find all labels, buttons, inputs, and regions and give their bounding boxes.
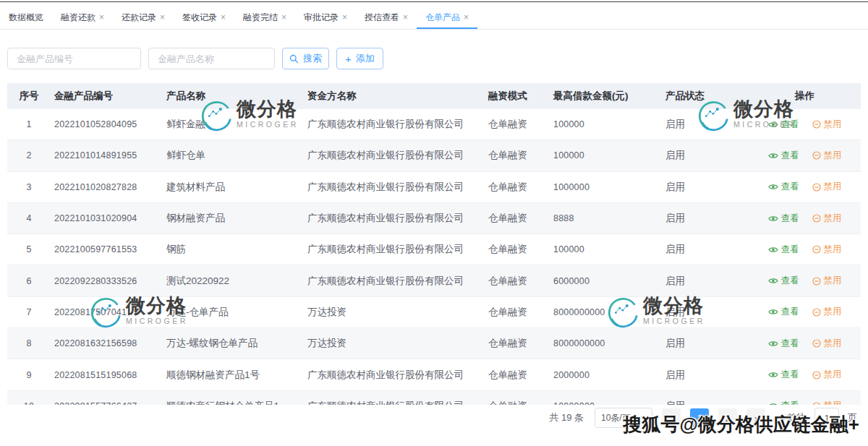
column-header: 产品状态 (662, 83, 749, 109)
column-header: 资金方名称 (304, 83, 485, 109)
column-header: 操作 (749, 83, 861, 109)
cell-funder-name: 广东顺德农村商业银行股份有限公司 (304, 234, 485, 265)
column-header: 序号 (7, 83, 51, 109)
tab-label: 数据概览 (9, 12, 43, 24)
eye-icon (768, 371, 778, 379)
product-name-input[interactable] (148, 48, 275, 69)
view-button[interactable]: 查看 (768, 306, 799, 318)
product-id-input[interactable] (7, 48, 141, 69)
view-label: 查看 (781, 400, 799, 405)
tab-审批记录[interactable]: 审批记录× (295, 6, 356, 29)
tab-数据概览[interactable]: 数据概览 (0, 6, 52, 29)
table-header-row: 序号金融产品编号产品名称资金方名称融资模式最高借款金额(元)产品状态操作 (7, 83, 861, 109)
page-button-2[interactable]: 2 (718, 408, 737, 427)
jump-page-input[interactable] (814, 408, 839, 428)
cell-finance-mode: 仓单融资 (485, 203, 550, 234)
view-label: 查看 (781, 275, 799, 287)
view-button[interactable]: 查看 (768, 213, 799, 225)
tab-close-icon[interactable]: × (99, 13, 104, 22)
search-button[interactable]: 搜索 (282, 48, 329, 69)
eye-icon (768, 402, 778, 405)
table-row: 22022101014891955鲜虾仓单广东顺德农村商业银行股份有限公司仓单融… (7, 140, 861, 171)
row-index: 6 (7, 265, 51, 296)
cell-max-amount: 6000000 (550, 265, 662, 296)
cell-finance-mode: 仓单融资 (485, 172, 550, 203)
disable-button[interactable]: 禁用 (812, 400, 842, 405)
view-label: 查看 (781, 213, 799, 225)
view-button[interactable]: 查看 (768, 150, 799, 162)
cell-finance-mode: 仓单融资 (485, 328, 550, 359)
cell-product-name: 顺德农商行钢材仓单产品1 (163, 391, 304, 405)
disable-button[interactable]: 禁用 (812, 369, 842, 381)
row-index: 9 (7, 359, 51, 390)
tab-close-icon[interactable]: × (403, 13, 408, 22)
cell-finance-mode: 仓单融资 (485, 234, 550, 265)
search-toolbar: 搜索 + 添加 (7, 48, 868, 69)
minus-circle-icon (812, 120, 821, 129)
cell-product-id: 2022101052804095 (51, 109, 163, 140)
cell-product-id: 2022101014891955 (51, 140, 163, 171)
view-button[interactable]: 查看 (768, 181, 799, 193)
cell-max-amount: 2000000 (550, 359, 662, 390)
view-button[interactable]: 查看 (768, 369, 799, 381)
view-label: 查看 (781, 181, 799, 193)
cell-product-status: 启用 (662, 109, 749, 140)
disable-label: 禁用 (824, 181, 842, 193)
row-index: 7 (7, 297, 51, 328)
table-row: 720220817507041万达-仓单产品万达投资仓单融资8000000000… (7, 297, 861, 328)
tab-还款记录[interactable]: 还款记录× (113, 6, 174, 29)
tab-label: 融资完结 (243, 12, 278, 24)
view-button[interactable]: 查看 (768, 119, 799, 131)
tab-close-icon[interactable]: × (281, 13, 286, 22)
tab-仓单产品[interactable]: 仓单产品× (417, 6, 477, 29)
disable-button[interactable]: 禁用 (812, 181, 842, 193)
page-size-select[interactable]: 10条/页 ▼ (595, 408, 652, 428)
jump-suffix: 页 (848, 411, 857, 424)
cell-funder-name: 广东顺德农村商业银行股份有限公司 (304, 172, 485, 203)
add-button[interactable]: + 添加 (336, 48, 383, 69)
disable-button[interactable]: 禁用 (812, 213, 842, 225)
window-top-border (0, 1, 868, 2)
disable-button[interactable]: 禁用 (812, 244, 842, 256)
disable-button[interactable]: 禁用 (812, 306, 842, 318)
cell-actions: 查看禁用 (749, 265, 861, 296)
eye-icon (768, 121, 778, 129)
cell-funder-name: 广东顺德农村商业银行股份有限公司 (304, 265, 485, 296)
add-button-label: 添加 (356, 52, 375, 65)
disable-button[interactable]: 禁用 (812, 338, 842, 350)
disable-label: 禁用 (824, 150, 842, 162)
next-page-button[interactable]: › (746, 408, 765, 427)
tab-签收记录[interactable]: 签收记录× (174, 6, 234, 29)
cell-max-amount: 8000000000 (550, 328, 662, 359)
cell-actions: 查看禁用 (749, 297, 861, 328)
column-header: 金融产品编号 (51, 83, 163, 109)
disable-label: 禁用 (824, 244, 842, 256)
prev-page-button[interactable]: ‹ (662, 408, 681, 427)
tab-close-icon[interactable]: × (160, 13, 165, 22)
cell-product-status: 启用 (662, 328, 749, 359)
tab-close-icon[interactable]: × (221, 13, 226, 22)
tab-close-icon[interactable]: × (464, 13, 469, 22)
tab-融资还款[interactable]: 融资还款× (52, 6, 113, 29)
cell-max-amount: 100000 (550, 140, 662, 171)
view-label: 查看 (781, 369, 799, 381)
tab-close-icon[interactable]: × (342, 13, 347, 22)
tab-融资完结[interactable]: 融资完结× (234, 6, 295, 29)
cell-product-status: 启用 (662, 140, 749, 171)
view-button[interactable]: 查看 (768, 275, 799, 287)
cell-actions: 查看禁用 (749, 391, 861, 405)
tab-授信查看[interactable]: 授信查看× (356, 6, 417, 29)
disable-button[interactable]: 禁用 (812, 275, 842, 287)
product-table: 序号金融产品编号产品名称资金方名称融资模式最高借款金额(元)产品状态操作 120… (7, 83, 861, 405)
disable-button[interactable]: 禁用 (812, 150, 842, 162)
disable-button[interactable]: 禁用 (812, 119, 842, 131)
view-button[interactable]: 查看 (768, 338, 799, 350)
view-button[interactable]: 查看 (768, 400, 799, 405)
pager: ‹12› (662, 408, 765, 427)
search-button-label: 搜索 (303, 52, 322, 65)
page-button-1[interactable]: 1 (690, 408, 709, 427)
cell-actions: 查看禁用 (749, 203, 861, 234)
row-index: 10 (7, 391, 51, 405)
cell-product-status: 启用 (662, 391, 749, 405)
view-button[interactable]: 查看 (768, 244, 799, 256)
